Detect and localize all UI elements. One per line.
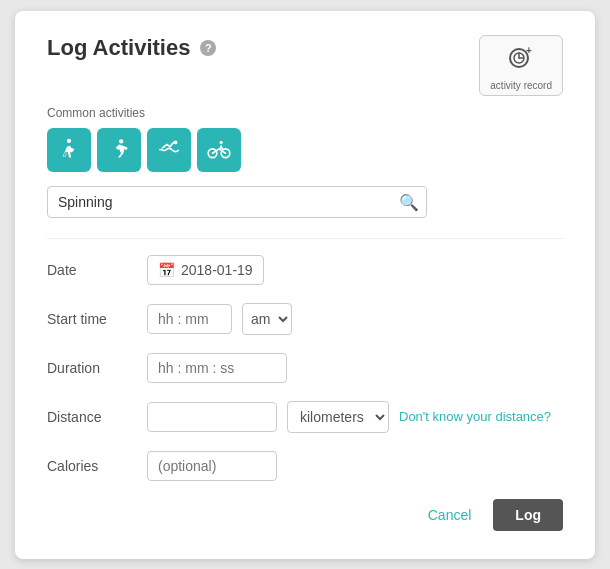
svg-point-6 [119,139,123,143]
duration-row: Duration [47,353,563,383]
distance-input[interactable] [147,402,277,432]
start-time-input[interactable] [147,304,232,334]
start-time-row: Start time am pm [47,303,563,335]
distance-row: Distance kilometers miles Don't know you… [47,401,563,433]
activity-icon-swimming[interactable] [147,128,191,172]
dont-know-distance-link[interactable]: Don't know your distance? [399,409,551,424]
activity-icon-walking[interactable] [47,128,91,172]
ampm-select[interactable]: am pm [242,303,292,335]
log-activities-card: Log Activities ? + activity record Commo… [15,11,595,559]
cancel-button[interactable]: Cancel [418,501,482,529]
activity-record-label: activity record [490,80,552,91]
duration-label: Duration [47,360,137,376]
calories-input[interactable] [147,451,277,481]
card-header: Log Activities ? + activity record [47,35,563,96]
svg-point-10 [220,140,223,143]
calories-label: Calories [47,458,137,474]
date-row: Date 📅 2018-01-19 [47,255,563,285]
unit-select[interactable]: kilometers miles [287,401,389,433]
common-activities-label: Common activities [47,106,563,120]
start-time-label: Start time [47,311,137,327]
svg-point-5 [67,138,71,142]
search-container: Spinning 🔍 [47,186,563,218]
activity-record-icon: + [507,44,535,76]
date-value: 2018-01-19 [181,262,253,278]
title-text: Log Activities [47,35,190,61]
activity-icon-cycling[interactable] [197,128,241,172]
svg-text:+: + [526,45,532,56]
activity-icons-row [47,128,563,172]
activity-icon-running[interactable] [97,128,141,172]
calories-row: Calories [47,451,563,481]
divider [47,238,563,239]
activity-record-button[interactable]: + activity record [479,35,563,96]
duration-input[interactable] [147,353,287,383]
log-button[interactable]: Log [493,499,563,531]
calendar-icon: 📅 [158,262,175,278]
page-title: Log Activities ? [47,35,216,61]
date-label: Date [47,262,137,278]
form-section: Date 📅 2018-01-19 Start time am pm Durat… [47,255,563,481]
help-icon[interactable]: ? [200,40,216,56]
date-picker[interactable]: 📅 2018-01-19 [147,255,264,285]
distance-label: Distance [47,409,137,425]
search-input[interactable]: Spinning [47,186,427,218]
footer-actions: Cancel Log [47,499,563,531]
